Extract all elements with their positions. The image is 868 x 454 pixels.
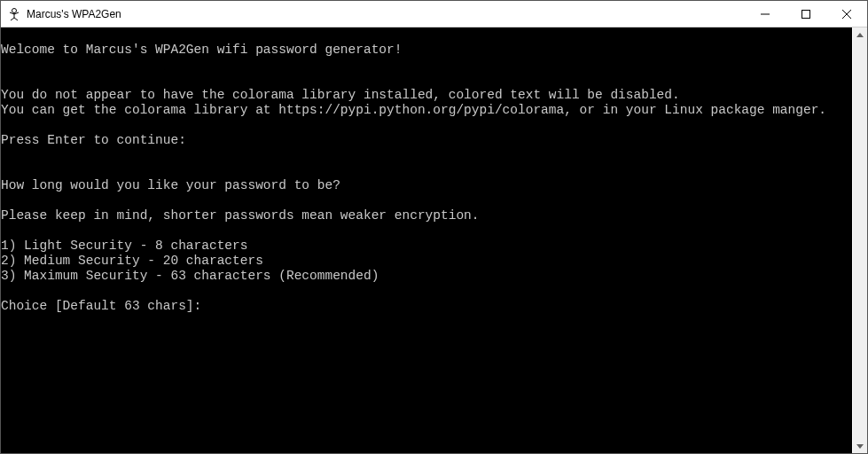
maximize-button[interactable] xyxy=(786,1,826,27)
console-line xyxy=(1,58,852,73)
console-line: 3) Maximum Security - 63 characters (Rec… xyxy=(1,269,852,284)
console-line xyxy=(1,27,852,43)
scroll-track[interactable] xyxy=(853,43,867,438)
svg-line-3 xyxy=(14,18,18,20)
svg-rect-7 xyxy=(802,10,810,18)
titlebar: Marcus's WPA2Gen xyxy=(1,1,867,27)
console-line: Choice [Default 63 chars]: xyxy=(1,299,852,314)
console-output[interactable]: Welcome to Marcus's WPA2Gen wifi passwor… xyxy=(1,27,852,453)
console-line: How long would you like your password to… xyxy=(1,178,852,193)
console-line xyxy=(1,148,852,163)
console-line: Welcome to Marcus's WPA2Gen wifi passwor… xyxy=(1,43,852,58)
close-button[interactable] xyxy=(826,1,867,27)
vertical-scrollbar[interactable] xyxy=(852,27,867,453)
console-line xyxy=(1,284,852,299)
console-area: Welcome to Marcus's WPA2Gen wifi passwor… xyxy=(1,27,867,453)
svg-line-2 xyxy=(11,18,14,20)
window-controls xyxy=(745,1,867,27)
console-line xyxy=(1,73,852,88)
console-line: 2) Medium Security - 20 characters xyxy=(1,254,852,269)
console-line xyxy=(1,118,852,133)
svg-point-0 xyxy=(12,8,17,12)
minimize-button[interactable] xyxy=(745,1,786,27)
window-title: Marcus's WPA2Gen xyxy=(27,8,745,20)
app-icon xyxy=(7,7,21,21)
console-line: Please keep in mind, shorter passwords m… xyxy=(1,208,852,223)
console-line xyxy=(1,223,852,239)
scroll-thumb[interactable] xyxy=(853,43,867,438)
console-line xyxy=(1,163,852,178)
scroll-down-arrow[interactable] xyxy=(853,438,867,453)
console-line xyxy=(1,193,852,208)
console-line: 1) Light Security - 8 characters xyxy=(1,239,852,254)
console-line: Press Enter to continue: xyxy=(1,133,852,148)
console-line: You do not appear to have the colorama l… xyxy=(1,88,852,103)
console-line: You can get the colorama library at http… xyxy=(1,103,852,118)
scroll-up-arrow[interactable] xyxy=(853,27,867,43)
